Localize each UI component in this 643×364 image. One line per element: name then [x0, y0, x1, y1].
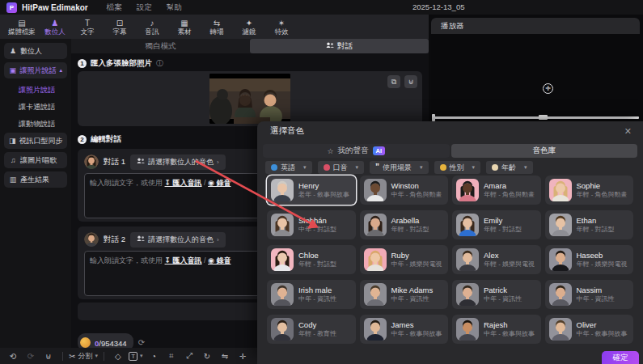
menu-help[interactable]: 幫助 [167, 2, 182, 13]
replace-photo-icon[interactable]: ⧉ [387, 75, 400, 88]
import-audio-link[interactable]: ↧ 匯入音訊 [165, 256, 202, 265]
toolbar-label-8: 特效 [275, 28, 289, 36]
filter-gender[interactable]: 性別▾ [434, 161, 481, 174]
sidebar-icon-4: ▥ [9, 176, 17, 184]
placeholder-slash: / [202, 256, 209, 265]
mask-icon-glyph: ◇ [115, 352, 121, 361]
voice-card-cody[interactable]: Cody年輕 - 教育性 [267, 315, 356, 344]
voice-card-oliver[interactable]: Oliver中年 - 敘事與故事 [545, 315, 634, 344]
voice-avatar [456, 214, 479, 236]
filter-label-2: 使用場景 [383, 163, 412, 173]
sidebar-item-0[interactable]: ♟數位人 [4, 43, 67, 59]
filter-label-0: 英語 [281, 163, 295, 173]
sidebar-icon-3: ♫ [9, 156, 17, 164]
voice-card-ruby[interactable]: Ruby中年 - 娛樂與電視 [360, 245, 449, 274]
tab-dialogue-mode[interactable]: 對話 [250, 39, 429, 53]
speed-icon[interactable]: ◔ [146, 349, 162, 363]
sidebar-subitem-1-1[interactable]: 讓卡通說話 [4, 99, 67, 116]
sidebar-item-3[interactable]: ♫讓圖片唱歌 [4, 152, 67, 168]
player-title: 播放器 [431, 18, 640, 34]
sidebar-item-4[interactable]: ▥產生結果 [4, 171, 67, 188]
voice-card-henry[interactable]: Henry老年 - 敘事與故事 [267, 176, 356, 205]
voice-card-haseeb[interactable]: Haseeb年輕 - 娛樂與電視 [545, 245, 634, 274]
import-audio-link[interactable]: ↧ 匯入音訊 [165, 179, 202, 187]
voice-card-sophie[interactable]: Sophie年輕 - 角色與動畫 [545, 176, 634, 205]
imported-photo-thumbnail[interactable] [209, 74, 290, 124]
confirm-button[interactable]: 確定 [602, 351, 639, 364]
record-audio-link[interactable]: ◉ 錄音 [208, 256, 231, 265]
filter-language[interactable]: 英語▾ [265, 161, 312, 174]
info-icon[interactable]: ⓘ [156, 58, 163, 69]
tab-voice-library[interactable]: 音色庫 [451, 144, 638, 158]
tab-my-voices[interactable]: ☆我的聲音AI [263, 144, 450, 158]
voice-card-alex[interactable]: Alex年輕 - 娛樂與電視 [452, 245, 541, 274]
sidebar-item-1[interactable]: ▣讓照片說話▴ [4, 62, 67, 78]
select-voice-button-2[interactable]: 請選擇數位人的音色› [130, 232, 226, 248]
delete-photo-icon[interactable]: ⊎ [404, 75, 417, 88]
close-icon[interactable]: ✕ [624, 126, 632, 137]
voice-name: Ruby [391, 251, 442, 260]
project-name: 2025-12-13_05 [412, 2, 464, 11]
text-tool-icon[interactable]: T▾ [128, 349, 144, 363]
toolbar-item-1[interactable]: ♟數位人 [39, 15, 71, 39]
undo-icon[interactable]: ⟲ [5, 349, 21, 363]
toolbar-item-7[interactable]: ✦濾鏡 [233, 15, 265, 39]
voice-card-winston[interactable]: Winston中年 - 角色與動畫 [360, 176, 449, 205]
voice-card-chloe[interactable]: Chloe年輕 - 對話型 [267, 245, 356, 274]
sidebar-subitem-1-0[interactable]: 讓照片說話 [4, 82, 67, 99]
sidebar-item-2[interactable]: ◨視訊口型同步 [4, 133, 67, 149]
menu-settings[interactable]: 設定 [137, 2, 152, 13]
voice-card-rajesh[interactable]: Rajesh中年 - 敘事與故事 [452, 315, 541, 344]
toolbar-item-6[interactable]: ⇆轉場 [201, 15, 233, 39]
delete-icon[interactable]: ⊎ [40, 349, 57, 363]
voice-card-mike-adams[interactable]: Mike Adams中年 - 資訊性 [360, 280, 449, 309]
toolbar-item-2[interactable]: T文字 [71, 15, 104, 39]
filter-age[interactable]: 年齡▾ [486, 161, 533, 174]
mirror-icon[interactable]: ⇋ [217, 349, 233, 363]
scale-icon[interactable]: ⤢ [181, 349, 197, 363]
voice-card-emily[interactable]: Emily年輕 - 對話型 [452, 210, 541, 239]
voice-select-modal: 選擇音色 ✕ ☆我的聲音AI音色庫 英語▾口音▾”使用場景▾性別▾年齡▾ Hen… [257, 121, 643, 364]
split-button[interactable]: ✂分割▾ [69, 349, 98, 363]
sidebar-subitem-1-2[interactable]: 讓動物說話 [4, 116, 67, 133]
voice-avatar [549, 283, 572, 306]
toolbar-item-4[interactable]: ♪音訊 [136, 15, 168, 39]
mask-icon[interactable]: ◇ [110, 349, 126, 363]
crop-icon[interactable]: ⌗ [163, 349, 180, 363]
voice-card-siobhán[interactable]: Siobhán中年 - 對話型 [267, 210, 356, 239]
voice-avatar [271, 248, 294, 271]
toolbar-label-1: 數位人 [44, 28, 66, 36]
toolbar-item-5[interactable]: ▦素材 [168, 15, 201, 39]
select-voice-label: 請選擇數位人的音色 [148, 157, 214, 167]
voice-card-ethan[interactable]: Ethan年輕 - 對話型 [545, 210, 634, 239]
voice-card-nassim[interactable]: Nassim中年 - 資訊性 [545, 280, 634, 309]
voice-card-arabella[interactable]: Arabella年輕 - 對話型 [360, 210, 449, 239]
credits-refresh-icon[interactable]: ⟳ [138, 338, 145, 347]
record-audio-link[interactable]: ◉ 錄音 [208, 179, 231, 187]
voice-name: Ethan [577, 216, 615, 226]
collapse-caret-icon[interactable]: ▴ [59, 67, 62, 74]
menu-file[interactable]: 檔案 [107, 2, 122, 13]
voice-card-irish-male[interactable]: Irish male中年 - 資訊性 [267, 280, 356, 309]
voice-avatar [364, 179, 387, 201]
filter-scene[interactable]: ”使用場景▾ [370, 161, 429, 174]
voice-card-patrick[interactable]: Patrick中年 - 資訊性 [452, 280, 541, 309]
toolbar-item-0[interactable]: ▤媒體檔案 [5, 15, 39, 39]
player-add-track-button[interactable]: ✛ [543, 83, 553, 94]
seekbar-handle[interactable] [539, 115, 548, 120]
voice-card-amara[interactable]: Amara年輕 - 角色與動畫 [452, 176, 541, 205]
tab-monologue-mode[interactable]: 獨白模式 [71, 39, 250, 53]
step2-header: 2 編輯對話 [78, 134, 121, 145]
voice-desc: 年輕 - 角色與動畫 [577, 191, 628, 199]
select-voice-button-1[interactable]: 請選擇數位人的音色› [130, 154, 226, 170]
rotate-icon[interactable]: ↻ [199, 349, 215, 363]
player-seekbar[interactable] [434, 116, 639, 119]
top-toolbar: ▤媒體檔案♟數位人T文字⊡字幕♪音訊▦素材⇆轉場✦濾鏡✶特效 [0, 15, 429, 39]
voice-info: Chloe年輕 - 對話型 [298, 251, 336, 269]
toolbar-icon-3: ⊡ [116, 19, 123, 28]
move-icon[interactable]: ✛ [235, 349, 251, 363]
voice-card-james[interactable]: James中年 - 敘事與故事 [360, 315, 449, 344]
toolbar-item-8[interactable]: ✶特效 [265, 15, 298, 39]
toolbar-item-3[interactable]: ⊡字幕 [104, 15, 136, 39]
filter-accent[interactable]: 口音▾ [318, 161, 365, 174]
